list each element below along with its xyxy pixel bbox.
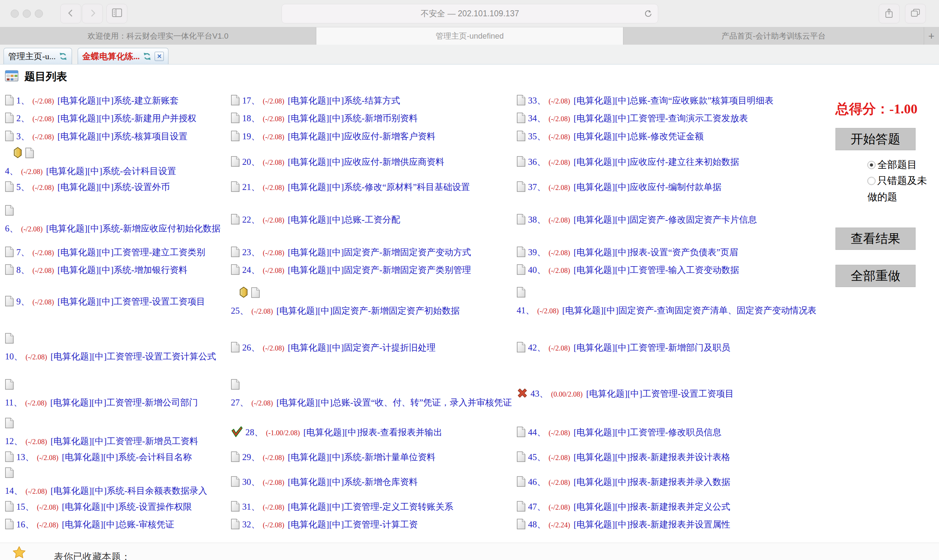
question-link[interactable]: 4、(-/2.08)[电算化题][中]系统-会计科目设置 [5,166,176,176]
reload-icon[interactable] [644,9,653,20]
question-link[interactable]: 27、(-/2.08)[电算化题][中]总账-设置“收、付、转”凭证，录入并审核… [231,398,512,407]
question-link[interactable]: 39、(-/2.08)[电算化题][中]报表-设置“资产负债表”页眉 [528,248,738,257]
question-link[interactable]: 40、(-/2.08)[电算化题][中]工资管理-输入工资变动数据 [528,265,739,275]
question-title: [电算化题][中]固定资产-新增固定资产类别管理 [288,265,471,275]
question-link[interactable]: 14、(-/2.08)[电算化题][中]系统-科目余额表数据录入 [5,486,207,495]
question-link[interactable]: 8、(-/2.08)[电算化题][中]系统-增加银行资料 [16,265,188,275]
tab-overview-icon [910,8,920,19]
question-link[interactable]: 45、(-/2.08)[电算化题][中]报表-新建报表并设计表格 [528,452,730,462]
radio-unselected-icon[interactable] [867,177,876,185]
window-minimize-button[interactable] [23,9,31,18]
document-icon [231,156,240,172]
question-link[interactable]: 21、(-/2.08)[电算化题][中]系统-修改“原材料”科目基础设置 [242,182,470,192]
browser-tab-1[interactable]: 欢迎使用：科云财会理实一体化平台V1.0 [0,27,316,45]
question-link[interactable]: 12、(-/2.08)[电算化题][中]工资管理-新增员工资料 [5,436,198,446]
browser-tab-2[interactable]: 管理主页-undefined [316,27,623,45]
question-score: (-/2.08) [263,133,284,141]
question-cell: 7、(-/2.08)[电算化题][中]工资管理-建立工资类别 [4,245,230,262]
question-score: (-/2.08) [263,115,284,123]
question-link[interactable]: 32、(-/2.08)[电算化题][中]工资管理-计算工资 [242,520,418,529]
question-link[interactable]: 15、(-/2.08)[电算化题][中]系统-设置操作权限 [16,502,192,511]
question-link[interactable]: 17、(-/2.08)[电算化题][中]系统-结算方式 [242,96,400,105]
question-link[interactable]: 25、(-/2.08)[电算化题][中]固定资产-新增固定资产初始数据 [231,306,459,315]
window-close-button[interactable] [11,9,19,18]
question-link[interactable]: 9、(-/2.08)[电算化题][中]工资管理-设置工资项目 [16,297,205,306]
question-score: (-/2.08) [21,168,43,175]
question-title: [电算化题][中]工资管理-查询演示工资发放表 [574,114,748,123]
score-panel: 总得分：-1.00 开始答题 全部题目只错题及未做的题 查看结果 全部重做 [836,100,939,287]
question-link[interactable]: 38、(-/2.08)[电算化题][中]固定资产-修改固定资产卡片信息 [528,215,757,225]
refresh-icon[interactable] [143,52,151,61]
question-link[interactable]: 29、(-/2.08)[电算化题][中]系统-新增计量单位资料 [242,452,435,462]
question-link[interactable]: 35、(-/2.08)[电算化题][中]总账-修改凭证金额 [528,131,703,141]
question-link[interactable]: 24、(-/2.08)[电算化题][中]固定资产-新增固定资产类别管理 [242,265,471,275]
question-link[interactable]: 28、(-1.00/2.08)[电算化题][中]报表-查看报表并输出 [245,428,442,437]
question-link[interactable]: 5、(-/2.08)[电算化题][中]系统-设置外币 [16,182,170,192]
question-link[interactable]: 33、(-/2.08)[电算化题][中]总账-查询“应收账款”核算项目明细表 [528,96,773,105]
question-link[interactable]: 11、(-/2.08)[电算化题][中]工资管理-新增公司部门 [5,398,198,407]
question-score: (-/2.08) [263,158,284,166]
browser-tab-3[interactable]: 产品首页-会计助考训练云平台 [623,27,924,45]
question-cell: 28、(-1.00/2.08)[电算化题][中]报表-查看报表并输出 [230,417,516,449]
question-link[interactable]: 19、(-/2.08)[电算化题][中]应收应付-新增客户资料 [242,131,435,141]
question-cell: 34、(-/2.08)[电算化题][中]工资管理-查询演示工资发放表 [516,111,832,128]
question-link[interactable]: 46、(-/2.08)[电算化题][中]报表-新建报表并录入数据 [528,477,730,487]
radio-selected-icon[interactable] [867,161,876,169]
question-link[interactable]: 44、(-/2.08)[电算化题][中]工资管理-修改职员信息 [528,428,721,437]
forward-button[interactable] [82,4,103,23]
question-link[interactable]: 18、(-/2.08)[电算化题][中]系统-新增币别资料 [242,114,418,123]
radio-option-2[interactable]: 只错题及未做的题 [867,172,933,205]
question-link[interactable]: 3、(-/2.08)[电算化题][中]系统-核算项目设置 [16,131,188,141]
question-link[interactable]: 41、(-/2.08)[电算化题][中]固定资产-查询固定资产清单、固定资产变动… [517,306,816,315]
question-link[interactable]: 37、(-/2.08)[电算化题][中]应收应付-编制付款单据 [528,182,721,192]
question-cell: 6、(-/2.08)[电算化题][中]系统-新增应收应付初始化数据 [4,197,230,245]
inner-tab-2[interactable]: 金蝶电算化练... [78,48,168,64]
question-link[interactable]: 48、(-/2.24)[电算化题][中]报表-新建报表并设置属性 [528,520,730,529]
question-number: 12、 [5,436,23,446]
new-tab-button[interactable]: + [924,27,939,45]
redo-all-button[interactable]: 全部重做 [836,265,916,287]
question-link[interactable]: 13、(-/2.08)[电算化题][中]系统-会计科目名称 [16,452,192,462]
question-title: [电算化题][中]工资管理-新增部门及职员 [574,343,731,352]
question-link[interactable]: 47、(-/2.08)[电算化题][中]报表-新建报表并定义公式 [528,502,730,511]
total-score: 总得分：-1.00 [836,100,939,118]
sidebar-button[interactable] [106,4,127,23]
question-link[interactable]: 7、(-/2.08)[电算化题][中]工资管理-建立工资类别 [16,248,205,257]
question-link[interactable]: 30、(-/2.08)[电算化题][中]系统-新增仓库资料 [242,477,418,487]
question-number: 13、 [16,452,34,462]
document-icon [517,112,526,128]
question-link[interactable]: 22、(-/2.08)[电算化题][中]总账-工资分配 [242,215,400,225]
question-number: 42、 [528,343,546,352]
question-link[interactable]: 2、(-/2.08)[电算化题][中]系统-新建用户并授权 [16,114,196,123]
tab-overview-button[interactable] [905,4,926,23]
question-link[interactable]: 34、(-/2.08)[电算化题][中]工资管理-查询演示工资发放表 [528,114,748,123]
question-link[interactable]: 16、(-/2.08)[电算化题][中]总账-审核凭证 [16,520,174,529]
question-link[interactable]: 1、(-/2.08)[电算化题][中]系统-建立新账套 [16,96,179,105]
question-link[interactable]: 31、(-/2.08)[电算化题][中]工资管理-定义工资转账关系 [242,502,453,511]
question-link[interactable]: 23、(-/2.08)[电算化题][中]固定资产-新增固定资产变动方式 [242,248,471,257]
start-answering-button[interactable]: 开始答题 [836,128,916,150]
question-link[interactable]: 20、(-/2.08)[电算化题][中]应收应付-新增供应商资料 [242,157,444,166]
question-score: (-/2.08) [263,216,284,224]
question-link[interactable]: 36、(-/2.08)[电算化题][中]应收应付-建立往来初始数据 [528,157,739,166]
question-title: [电算化题][中]应收应付-新增客户资料 [288,131,436,141]
share-button[interactable] [879,4,900,23]
address-bar[interactable]: 不安全 — 202.101.109.137 [282,4,658,23]
close-icon[interactable] [154,52,164,61]
question-number: 6、 [5,224,19,233]
document-icon [231,518,240,534]
radio-option-1[interactable]: 全部题目 [867,157,933,172]
document-icon [5,518,14,534]
view-results-button[interactable]: 查看结果 [836,228,916,250]
question-cell: 40、(-/2.08)[电算化题][中]工资管理-输入工资变动数据 [516,262,832,280]
question-link[interactable]: 26、(-/2.08)[电算化题][中]固定资产-计提折旧处理 [242,343,435,352]
question-link[interactable]: 6、(-/2.08)[电算化题][中]系统-新增应收应付初始化数据 [5,224,220,233]
question-link[interactable]: 43、(0.00/2.08)[电算化题][中]工资管理-设置工资项目 [530,389,734,398]
inner-tab-1[interactable]: 管理主页-u... [3,48,72,64]
question-link[interactable]: 42、(-/2.08)[电算化题][中]工资管理-新增部门及职员 [528,343,730,352]
back-button[interactable] [60,4,81,23]
question-number: 14、 [5,486,23,495]
refresh-icon[interactable] [59,52,67,61]
window-zoom-button[interactable] [35,9,43,18]
question-link[interactable]: 10、(-/2.08)[电算化题][中]工资管理-设置工资计算公式 [5,352,216,361]
